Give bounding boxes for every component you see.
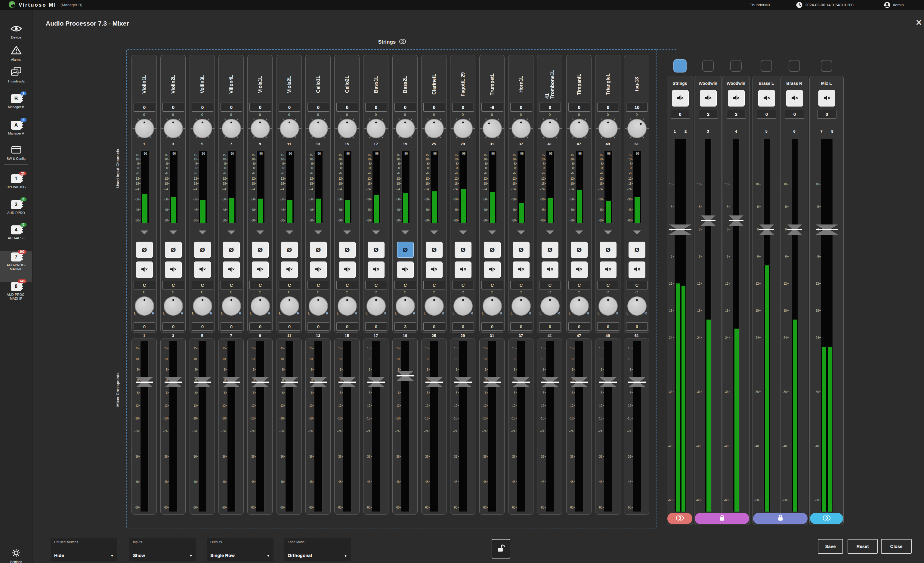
crosspoint-fader-handle[interactable] [339,377,356,387]
crosspoint-gain-box[interactable]: 0 [626,322,648,331]
fader-track[interactable] [430,341,438,512]
output-fader-handle[interactable] [669,224,692,235]
mute-button[interactable] [454,261,471,278]
crosspoint-fader-handle[interactable] [599,377,617,387]
output-gain-box[interactable]: 2 [699,110,718,119]
crosspoint-fader-handle[interactable] [368,377,385,387]
sidebar-item-thumbnails[interactable]: Thumbnails [0,65,32,89]
fader-track[interactable] [285,341,294,512]
pan-value-box[interactable]: C [249,281,271,290]
gain-knob[interactable] [162,117,185,140]
output-fader-handle[interactable] [816,224,838,235]
crosspoint-fader-handle[interactable] [628,377,646,387]
dropdown-unused-sources[interactable]: Unused sourcesHide▾ [51,538,117,561]
fader-track[interactable] [633,341,641,512]
phase-invert-button[interactable]: Ø [281,242,298,258]
sidebar-item-aud-aes3[interactable]: 40AUD-AES3 [0,224,32,250]
gain-knob[interactable] [249,117,272,140]
output-fader-handle[interactable] [701,215,716,226]
crosspoint-fader-handle[interactable] [194,377,211,387]
gain-value-box[interactable]: 0 [220,103,242,112]
gain-value-box[interactable]: 0 [134,103,155,112]
phase-invert-button[interactable]: Ø [252,242,268,258]
fader-track[interactable] [198,341,207,512]
output-group-pill-stereo[interactable] [668,513,692,524]
phase-invert-button[interactable]: Ø [513,242,530,258]
gain-value-box[interactable]: 0 [336,103,358,112]
pan-value-box[interactable]: C [134,281,155,290]
sidebar-item-uplink-10g[interactable]: 120UPLINK-10G [0,173,32,198]
phase-invert-button[interactable]: Ø [426,242,442,258]
mute-button[interactable] [310,261,327,278]
user-name[interactable]: admin [893,3,903,7]
fader-track[interactable] [169,341,177,512]
fader-track[interactable] [372,341,380,512]
gain-knob[interactable] [568,117,591,140]
output-fader-handle[interactable] [729,215,744,226]
gain-knob[interactable] [364,117,387,140]
output-meter-track[interactable] [821,139,833,512]
crosspoint-fader-handle[interactable] [281,377,298,387]
pan-value-box[interactable]: C [308,281,329,290]
crosspoint-gain-box[interactable]: 0 [568,322,590,331]
gain-value-box[interactable]: 0 [192,103,213,112]
sidebar-item-sw-config[interactable]: SW & Config [0,144,32,164]
mute-button[interactable] [758,90,775,107]
gain-value-box[interactable]: 0 [539,103,561,112]
crosspoint-gain-box[interactable]: 0 [452,322,474,331]
phase-invert-button[interactable]: Ø [194,242,211,258]
output-meter-track[interactable] [733,139,740,512]
mute-button[interactable] [672,90,689,107]
mute-button[interactable] [728,90,745,107]
phase-invert-button[interactable]: Ø [571,242,588,258]
output-meter-track[interactable] [764,139,770,512]
gain-value-box[interactable]: -8 [482,103,503,112]
crosspoint-gain-box[interactable]: 0 [162,322,184,331]
gain-knob[interactable] [278,117,301,140]
mute-button[interactable] [513,261,530,278]
sidebar-item-manager-a[interactable]: A2Manager A [0,119,32,144]
phase-invert-button[interactable]: Ø [339,242,356,258]
output-select-toggle[interactable] [730,60,742,72]
crosspoint-gain-box[interactable]: 3 [394,322,416,331]
fader-track[interactable] [256,341,264,512]
mute-button[interactable] [368,261,384,278]
output-meter-track[interactable] [705,139,712,512]
mute-button[interactable] [484,261,501,278]
crosspoint-gain-box[interactable]: 0 [539,322,561,331]
crosspoint-gain-box[interactable]: 0 [365,322,387,331]
pan-value-box[interactable]: C [279,281,300,290]
output-gain-box[interactable]: 0 [757,110,776,119]
mute-button[interactable] [600,261,616,278]
output-select-toggle[interactable] [789,60,800,72]
crosspoint-gain-box[interactable]: 0 [510,322,532,331]
mute-button[interactable] [571,261,588,278]
pan-value-box[interactable]: C [394,281,416,290]
output-fader-handle[interactable] [788,224,802,235]
fader-track[interactable] [401,341,410,512]
mute-button[interactable] [426,261,442,278]
phase-invert-button[interactable]: Ø [454,242,471,258]
fader-track[interactable] [546,341,554,512]
crosspoint-gain-box[interactable]: 0 [134,322,155,331]
crosspoint-fader-handle[interactable] [483,377,501,387]
gain-value-box[interactable]: 0 [279,103,300,112]
crosspoint-gain-box[interactable]: 0 [220,322,242,331]
crosspoint-fader-handle[interactable] [396,371,414,381]
crosspoint-fader-handle[interactable] [136,377,153,387]
mute-button[interactable] [786,90,803,107]
crosspoint-gain-box[interactable]: 0 [482,322,503,331]
output-gain-box[interactable]: 0 [785,110,804,119]
crosspoint-fader-handle[interactable] [512,377,530,387]
gain-value-box[interactable]: 0 [510,103,532,112]
gain-knob[interactable] [452,117,474,140]
pan-value-box[interactable]: C [482,281,503,290]
output-gain-box[interactable]: 0 [817,110,837,119]
pan-value-box[interactable]: C [626,281,648,290]
fader-track[interactable] [343,341,351,512]
output-select-toggle[interactable] [821,60,832,72]
mute-button[interactable] [252,261,268,278]
fader-track[interactable] [314,341,322,512]
crosspoint-fader-handle[interactable] [570,377,588,387]
dropdown-outputs[interactable]: OutputsSingle Row▾ [207,538,273,561]
